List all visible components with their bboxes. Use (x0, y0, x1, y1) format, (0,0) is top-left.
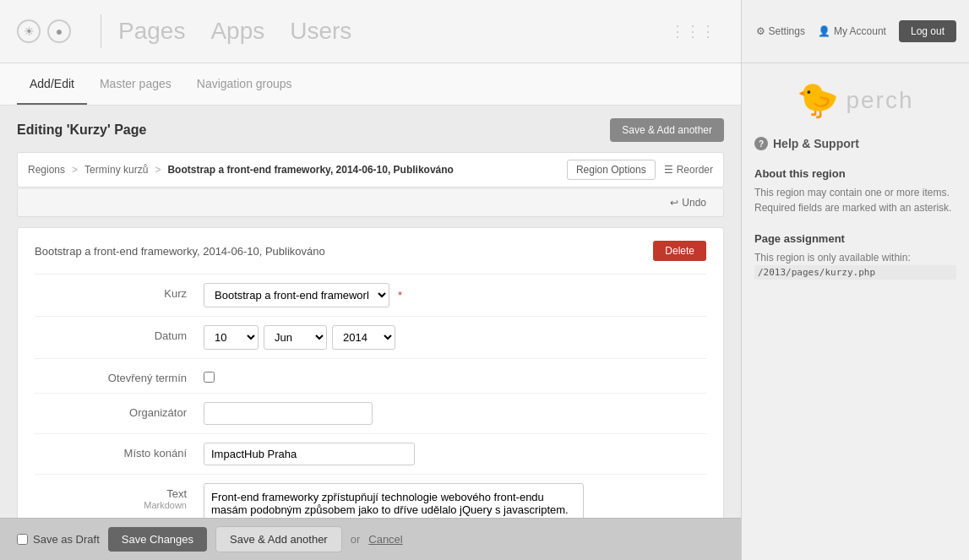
markdown-sublabel: Markdown (35, 500, 187, 510)
grip-icon: ⋮⋮⋮ (670, 22, 716, 41)
page-title: Editing 'Kurzy' Page (17, 122, 146, 138)
delete-button[interactable]: Delete (653, 241, 706, 261)
region-header: Bootstrap a front-end frameworky, 2014-0… (35, 241, 706, 261)
year-select[interactable]: 2014 2012201320152016 (332, 325, 395, 350)
tab-navigation-groups[interactable]: Navigation groups (184, 64, 305, 105)
organizator-control (204, 402, 706, 425)
region-box: Bootstrap a front-end frameworky, 2014-0… (17, 227, 724, 518)
page-path: /2013/pages/kurzy.php (754, 265, 956, 280)
datum-field: Datum 10 Jun JanFebMarAprMay JulAugSepOc… (35, 316, 706, 358)
breadcrumb-actions: Region Options ☰ Reorder (567, 160, 713, 180)
footer-bar: Save as Draft Save Changes Save & Add an… (0, 518, 741, 560)
nav-links: Pages Apps Users (118, 18, 351, 45)
mistokonani-field: Místo konání (35, 433, 706, 474)
nav-pages[interactable]: Pages (118, 18, 185, 45)
region-options-button[interactable]: Region Options (567, 160, 656, 180)
top-nav: ☀ ● Pages Apps Users ⋮⋮⋮ (0, 0, 741, 63)
page-assignment-title: Page assignment (754, 232, 956, 245)
day-select[interactable]: 10 (204, 325, 259, 350)
sidebar-top: ⚙ Settings 👤 My Account Log out (742, 0, 969, 63)
kurz-select[interactable]: Bootstrap a front-end frameworky jQuery … (204, 283, 389, 307)
breadcrumb-terminykurzu[interactable]: Termíny kurzů (84, 164, 148, 176)
mistokonani-input[interactable] (204, 443, 415, 465)
organizator-input[interactable] (204, 402, 373, 425)
nav-users[interactable]: Users (290, 18, 351, 45)
undo-button[interactable]: ↩ Undo (663, 193, 713, 212)
about-region-title: About this region (754, 167, 956, 180)
about-region-text: This region may contain one or more item… (754, 185, 956, 215)
nav-apps[interactable]: Apps (210, 18, 264, 45)
user-icon: 👤 (818, 25, 830, 37)
page-title-bar: Editing 'Kurzy' Page Save & Add another (17, 118, 724, 142)
world-icon[interactable]: ● (47, 19, 71, 43)
breadcrumb-bar: Regions > Termíny kurzů > Bootstrap a fr… (17, 152, 724, 188)
help-title: ? Help & Support (754, 137, 956, 150)
perch-logo-text: perch (846, 87, 913, 114)
globe-icon[interactable]: ☀ (17, 19, 41, 43)
undo-icon: ↩ (670, 197, 678, 209)
undo-row: ↩ Undo (17, 189, 724, 217)
month-select[interactable]: Jun JanFebMarAprMay JulAugSepOctNovDec (264, 325, 327, 350)
breadcrumb-sep2: > (155, 164, 161, 176)
text-textarea[interactable]: Front-end frameworky zpřístupňují techno… (204, 483, 584, 518)
kurz-label: Kurz (35, 283, 204, 300)
text-label: Text Markdown (35, 483, 204, 510)
reorder-button[interactable]: ☰ Reorder (664, 164, 713, 176)
my-account-link[interactable]: 👤 My Account (818, 25, 886, 37)
breadcrumb-regions[interactable]: Regions (28, 164, 65, 176)
region-name: Bootstrap a front-end frameworky, 2014-0… (35, 245, 325, 258)
otevrenythermin-control (204, 367, 706, 383)
sub-nav: Add/Edit Master pages Navigation groups (0, 63, 741, 106)
text-control: Front-end frameworky zpřístupňují techno… (204, 483, 706, 518)
footer-or: or (351, 533, 361, 546)
settings-link[interactable]: ⚙ Settings (756, 25, 805, 37)
mistokonani-control (204, 443, 706, 465)
nav-divider (101, 14, 101, 48)
otevrenythermin-field: Otevřený termín (35, 358, 706, 393)
save-changes-button[interactable]: Save Changes (108, 527, 207, 552)
help-circle-icon: ? (754, 137, 768, 150)
sidebar: ⚙ Settings 👤 My Account Log out 🐤 perch (741, 0, 969, 560)
save-add-another-footer-button[interactable]: Save & Add another (215, 526, 342, 552)
breadcrumb-current: Bootstrap a front-end frameworky, 2014-0… (167, 164, 454, 176)
breadcrumb-sep1: > (72, 164, 78, 176)
text-field: Text Markdown Front-end frameworky zpřís… (35, 474, 706, 518)
content-area: Editing 'Kurzy' Page Save & Add another … (0, 106, 741, 518)
mistokonani-label: Místo konání (35, 443, 204, 459)
save-draft-checkbox[interactable] (17, 534, 28, 545)
tab-add-edit[interactable]: Add/Edit (17, 64, 87, 105)
sidebar-content: 🐤 perch ? Help & Support About this regi… (742, 63, 969, 560)
cancel-link[interactable]: Cancel (368, 533, 402, 546)
save-draft-label[interactable]: Save as Draft (17, 533, 100, 546)
save-add-another-top-button[interactable]: Save & Add another (610, 118, 724, 142)
page-assignment-text: This region is only available within: (754, 250, 956, 265)
datum-label: Datum (35, 325, 204, 342)
gear-icon: ⚙ (756, 25, 765, 37)
tab-master-pages[interactable]: Master pages (87, 64, 184, 105)
reorder-icon: ☰ (664, 164, 673, 176)
otevrenythermin-label: Otevřený termín (35, 367, 204, 384)
perch-logo: 🐤 perch (754, 80, 956, 120)
datum-control: 10 Jun JanFebMarAprMay JulAugSepOctNovDe… (204, 325, 706, 350)
help-section: ? Help & Support (754, 137, 956, 150)
organizator-field: Organizátor (35, 393, 706, 433)
kurz-control: Bootstrap a front-end frameworky jQuery … (204, 283, 706, 307)
perch-bird-icon: 🐤 (797, 80, 839, 120)
organizator-label: Organizátor (35, 402, 204, 419)
required-star: * (398, 289, 402, 302)
log-out-button[interactable]: Log out (899, 20, 956, 42)
nav-icons: ☀ ● (17, 19, 71, 43)
about-region-section: About this region This region may contai… (754, 167, 956, 215)
kurz-field: Kurz Bootstrap a front-end frameworky jQ… (35, 274, 706, 316)
page-assignment-section: Page assignment This region is only avai… (754, 232, 956, 280)
otevrenythermin-checkbox[interactable] (204, 372, 215, 383)
